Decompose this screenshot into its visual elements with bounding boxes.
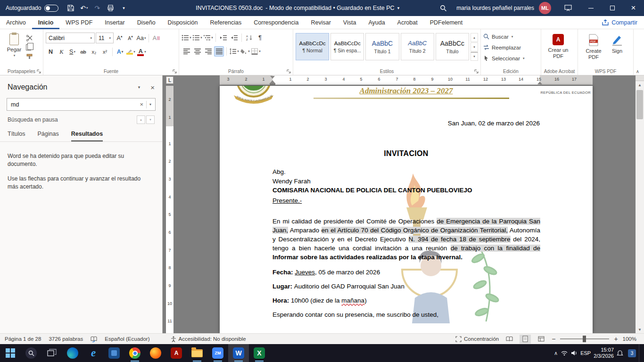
align-center-button[interactable] — [192, 46, 202, 57]
decrease-indent-button[interactable] — [218, 33, 228, 43]
font-color-button[interactable]: A▾ — [137, 47, 147, 57]
tab-diseno[interactable]: Diseño — [131, 16, 162, 29]
style-card-heading1[interactable]: AaBbC Título 1 — [365, 33, 399, 60]
scroll-down-button[interactable]: ▼ — [636, 326, 644, 333]
close-button[interactable]: × — [623, 0, 644, 16]
word-icon[interactable]: W — [228, 344, 249, 362]
tab-revisar[interactable]: Revisar — [305, 16, 337, 29]
file-explorer-icon[interactable] — [187, 344, 207, 362]
grow-font-button[interactable]: A▴ — [115, 33, 124, 43]
body-paragraph[interactable]: En mi calidad de presidente del Comité d… — [272, 217, 540, 262]
style-card-title[interactable]: AaBbCc Título — [436, 33, 469, 60]
redo-button[interactable]: ↷ — [91, 1, 104, 15]
format-painter-button[interactable] — [26, 53, 33, 60]
language-indicator[interactable]: Español (Ecuador) — [105, 336, 149, 342]
wifi-icon[interactable] — [561, 350, 568, 356]
zoom-level[interactable]: 100% — [623, 336, 636, 342]
print-button[interactable] — [104, 1, 117, 15]
edge-icon[interactable] — [62, 344, 83, 362]
notification-bell-icon[interactable] — [617, 350, 623, 356]
page-indicator[interactable]: Página 1 de 28 — [5, 336, 41, 342]
read-mode-button[interactable] — [504, 335, 515, 344]
styles-scroll-up-button[interactable]: ▴ — [471, 33, 478, 42]
split-handle[interactable] — [636, 75, 644, 81]
nav-pane-chevron-icon[interactable]: ▾ — [138, 85, 140, 90]
zoom-out-button[interactable]: − — [552, 335, 555, 343]
clipboard-dialog-launcher[interactable] — [37, 69, 41, 74]
font-name-combo[interactable]: Calibri▾ — [46, 33, 95, 43]
autosave-toggle[interactable]: Autoguardado — [0, 5, 64, 12]
nav-tab-titulos[interactable]: Títulos — [8, 131, 25, 141]
multilevel-list-button[interactable]: ▾ — [203, 33, 213, 43]
bullets-button[interactable]: ▾ — [182, 33, 191, 43]
sort-button[interactable]: AZ — [244, 33, 254, 43]
highlight-button[interactable]: ▾ — [126, 47, 136, 57]
nav-search-clear-icon[interactable]: × — [140, 101, 143, 108]
qat-customize-button[interactable]: ▾ — [117, 1, 130, 15]
minimize-button[interactable] — [580, 0, 602, 16]
clear-formatting-button[interactable]: A — [151, 33, 161, 43]
underline-button[interactable]: S▾ — [67, 47, 77, 57]
spellcheck-icon[interactable] — [91, 336, 97, 342]
style-card-normal[interactable]: AaBbCcDc ¶ Normal — [296, 33, 329, 60]
shading-button[interactable]: ▾ — [240, 46, 250, 57]
scroll-up-button[interactable]: ▲ — [636, 81, 644, 89]
show-desktop-button[interactable] — [639, 344, 641, 362]
tab-pdfelement[interactable]: PDFelement — [424, 16, 469, 29]
first-line-indent-marker[interactable] — [270, 76, 275, 79]
web-layout-button[interactable] — [536, 335, 547, 344]
document-page[interactable]: SAN JUAN POR EL HONOR Y LA GRANDEZA DE L… — [220, 86, 593, 333]
tab-inicio[interactable]: Inicio — [32, 16, 60, 29]
nav-pane-close-icon[interactable]: × — [150, 83, 155, 91]
zoom-slider[interactable] — [560, 336, 609, 342]
taskbar-search-button[interactable] — [21, 344, 41, 362]
tab-vista[interactable]: Vista — [337, 16, 363, 29]
save-button[interactable] — [64, 1, 77, 15]
acrobat-icon[interactable]: A — [166, 344, 187, 362]
strikethrough-button[interactable]: ab — [78, 47, 88, 57]
line-spacing-button[interactable]: ▾ — [229, 46, 239, 57]
tray-expand-icon[interactable]: ∧ — [554, 350, 558, 356]
show-marks-button[interactable]: ¶ — [255, 33, 265, 43]
print-layout-button[interactable] — [520, 335, 531, 344]
ie-icon[interactable]: e — [83, 344, 104, 362]
accessibility-indicator[interactable]: Accesibilidad: No disponible — [171, 336, 246, 342]
taskbar-clock[interactable]: 15:07 2/3/2026 — [594, 347, 614, 359]
nav-search-caret-icon[interactable]: ▾ — [149, 102, 151, 107]
cut-button[interactable] — [26, 35, 33, 41]
nav-tab-resultados[interactable]: Resultados — [71, 131, 103, 141]
tab-ayuda[interactable]: Ayuda — [362, 16, 391, 29]
styles-dialog-launcher[interactable] — [474, 69, 479, 74]
language-switcher[interactable]: ESP — [580, 350, 591, 356]
chrome-icon[interactable] — [124, 344, 145, 362]
avatar[interactable]: ML — [539, 2, 551, 14]
left-indent-marker[interactable] — [270, 83, 275, 85]
task-view-button[interactable] — [41, 344, 62, 362]
styles-more-button[interactable]: ▾ — [471, 52, 478, 61]
tab-archivo[interactable]: Archivo — [0, 16, 32, 29]
paste-button[interactable]: Pegar ▾ — [2, 31, 26, 66]
excel-icon[interactable]: X — [249, 344, 270, 362]
zoom-app-icon[interactable]: ZM — [207, 344, 228, 362]
tab-referencias[interactable]: Referencias — [204, 16, 248, 29]
borders-button[interactable]: ▾ — [251, 46, 261, 57]
tab-acrobat[interactable]: Acrobat — [391, 16, 424, 29]
undo-button[interactable]: ↶▾ — [77, 1, 91, 15]
italic-button[interactable]: K — [57, 47, 66, 57]
previous-result-button[interactable]: ▴ — [137, 115, 145, 124]
search-button[interactable] — [437, 1, 450, 15]
user-name[interactable]: maria lourdes peñafiel parrales — [456, 5, 534, 11]
copy-button[interactable] — [26, 44, 31, 50]
notification-badge[interactable]: 3 — [628, 349, 636, 357]
scrollbar-thumb[interactable] — [636, 90, 643, 119]
tab-wps-pdf[interactable]: WPS PDF — [59, 16, 99, 29]
numbering-button[interactable]: ▾ — [192, 33, 202, 43]
nav-search-input[interactable] — [11, 101, 137, 108]
volume-icon[interactable] — [571, 350, 578, 356]
bold-button[interactable]: N — [46, 47, 56, 57]
increase-indent-button[interactable] — [229, 33, 239, 43]
firefox-icon[interactable] — [145, 344, 166, 362]
ribbon-display-options-button[interactable] — [561, 1, 575, 15]
style-card-heading2[interactable]: AaBbC Título 2 — [401, 33, 434, 60]
focus-mode-button[interactable]: Concentración — [455, 336, 499, 342]
